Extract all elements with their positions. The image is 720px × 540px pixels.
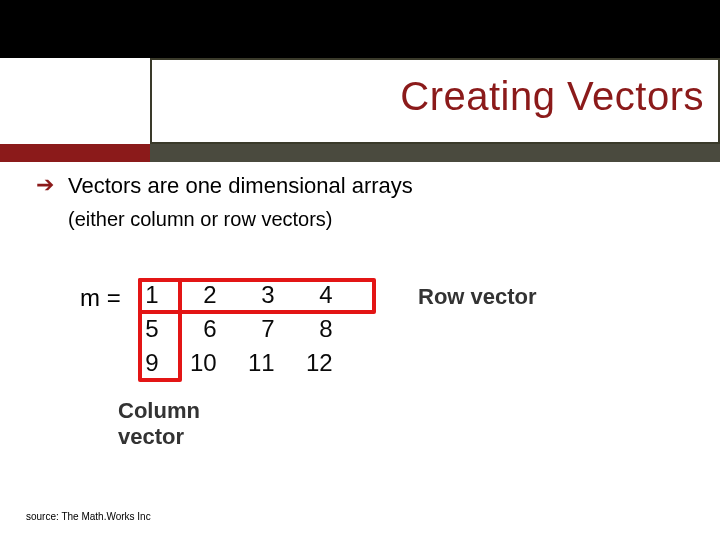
- bullet-row: ➔ Vectors are one dimensional arrays: [36, 172, 696, 200]
- slide-title: Creating Vectors: [400, 74, 704, 119]
- matrix-grid: 1 2 3 4 5 6 7 8 9 10 11 12: [125, 278, 339, 380]
- bullet-text: Vectors are one dimensional arrays: [68, 172, 413, 200]
- matrix-cell: 8: [287, 312, 339, 346]
- arrow-icon: ➔: [36, 172, 58, 198]
- row-vector-label: Row vector: [418, 284, 537, 310]
- column-vector-label: Column vector: [118, 398, 200, 450]
- matrix-wrap: m = 1 2 3 4 5 6 7 8 9 10 11 12: [80, 278, 339, 380]
- matrix-cell: 9: [125, 346, 165, 380]
- matrix-cell: 5: [125, 312, 165, 346]
- matrix-cell: 3: [229, 278, 281, 312]
- matrix-cell: 12: [287, 346, 339, 380]
- matrix-cell: 6: [171, 312, 223, 346]
- title-box: Creating Vectors: [150, 58, 720, 144]
- body-area: ➔ Vectors are one dimensional arrays (ei…: [36, 172, 696, 232]
- slide: Creating Vectors ➔ Vectors are one dimen…: [0, 0, 720, 540]
- matrix-cell: 10: [171, 346, 223, 380]
- header-band: [0, 0, 720, 58]
- sub-bullet-text: (either column or row vectors): [68, 206, 696, 232]
- matrix-label: m =: [80, 278, 125, 312]
- matrix-cell: 1: [125, 278, 165, 312]
- source-citation: source: The Math.Works Inc: [26, 511, 151, 522]
- accent-bar-gray: [150, 144, 720, 162]
- matrix-cell: 11: [229, 346, 281, 380]
- matrix-cell: 2: [171, 278, 223, 312]
- matrix-cell: 4: [287, 278, 339, 312]
- column-vector-label-l2: vector: [118, 424, 184, 449]
- matrix-cell: 7: [229, 312, 281, 346]
- accent-bar-red: [0, 144, 150, 162]
- column-vector-label-l1: Column: [118, 398, 200, 423]
